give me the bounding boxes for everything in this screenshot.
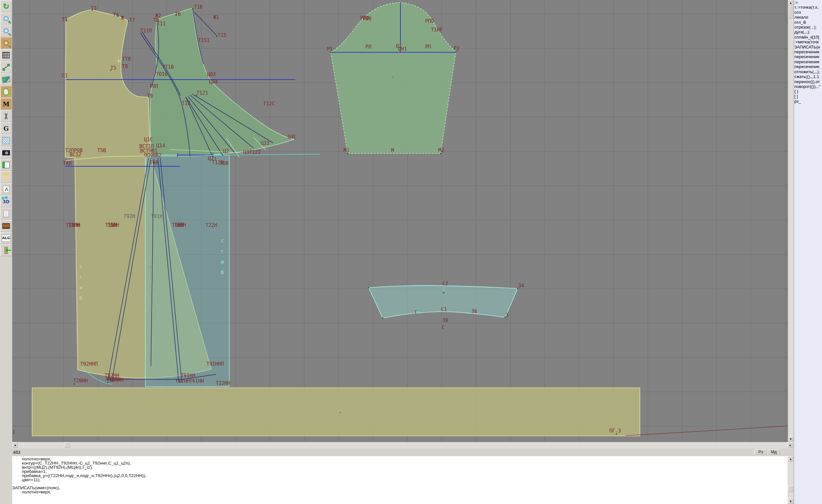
sidebar-command-item[interactable]: т.:=точка(т.х, (794, 5, 822, 10)
point-label: Т12С (263, 101, 275, 107)
point-label: 34 (518, 283, 524, 289)
hscroll-thumb[interactable] (64, 442, 70, 448)
sidebar-command-item[interactable]: ЗАПИСАТЬ(и (794, 45, 822, 49)
sidebar-command-item[interactable]: пересечение (794, 49, 822, 54)
point-label: Т91НН (181, 373, 195, 379)
sidebar-command-item[interactable]: сплайн_к[10] (794, 35, 822, 39)
toolbar-button-table[interactable] (0, 159, 12, 171)
point-label: 1 (12, 429, 15, 435)
toolbar-button-pattern-m[interactable]: M (0, 98, 12, 110)
sidebar-command-item[interactable]: отл_В (794, 20, 822, 25)
sidebar-command-item[interactable]: отл (794, 10, 822, 15)
sidebar-command-item[interactable]: [ ] (794, 94, 822, 99)
status-bar: 483 Рз Мд (0, 449, 793, 456)
map-icon (2, 76, 10, 83)
toolbar-button-library[interactable] (0, 220, 12, 232)
sidebar-command-item[interactable]: пересечение (794, 64, 822, 69)
sidebar-command-item[interactable]: :=метка(точк (794, 39, 822, 44)
sidebar-command-item[interactable]: рз_ (794, 99, 822, 104)
sidebar-command-item[interactable]: пересечение (794, 54, 822, 59)
scroll-up-icon[interactable]: ▲ (788, 456, 793, 462)
toolbar-button-refresh[interactable]: ↻ (0, 0, 12, 12)
sidebar-command-item[interactable]: отложить(,,,); (794, 69, 822, 74)
point-label: РП (425, 44, 431, 50)
point-label: Т22НН (216, 380, 230, 386)
point-label: Т6 (175, 11, 181, 17)
point-mark (382, 318, 383, 319)
letter-m-icon: M (3, 100, 9, 107)
scroll-down-icon[interactable]: ▼ (788, 436, 793, 442)
fold-label: г (79, 274, 82, 280)
piece-belt-strip[interactable] (32, 388, 640, 436)
portrait-icon (3, 174, 9, 181)
pattern-drawing: Т1Т3Т4ЖТ7Ж2ТМТ11Т6Т16Ж1Т15Т151Т11ПТТ8Т8Т… (12, 0, 788, 442)
point-mark (192, 8, 193, 9)
scroll-left-icon[interactable]: ◄ (12, 442, 18, 448)
point-label: Т92ННП (80, 361, 98, 367)
toolbar-button-view-map[interactable] (0, 73, 12, 85)
code-editor[interactable]: полотно=верх, контур=(С_Т22НН_Т92ННп,-С_… (12, 456, 788, 504)
scroll-up-icon[interactable]: ▲ (788, 0, 793, 5)
piece-sleeve[interactable] (331, 3, 456, 153)
sidebar-command-item[interactable]: пересечение (794, 59, 822, 64)
sidebar-command-item[interactable]: лекало (794, 15, 822, 20)
sidebar-command-item[interactable]: дуга(,,,); (794, 30, 822, 34)
point-label: Т10Р (431, 27, 442, 33)
toolbar-button-zoom-piece[interactable] (0, 37, 12, 49)
grid-icon (3, 52, 10, 58)
rz-button[interactable]: Рз (755, 449, 767, 455)
point-label: ПГ.3 (609, 428, 621, 434)
toolbar-button-view-3d[interactable]: 3D (0, 195, 12, 207)
canvas-horizontal-scrollbar[interactable]: ◄ ► (12, 442, 793, 449)
toolbar-button-measure[interactable] (0, 61, 12, 73)
code-line (12, 482, 788, 486)
point-mark (368, 287, 369, 288)
letter-g-icon: G (4, 125, 9, 132)
toolbar-button-grading[interactable]: G (0, 122, 12, 134)
sidebar-command-item[interactable]: { } (794, 89, 822, 94)
sidebar-command-item[interactable]: сжать((),,,1.1 (794, 74, 822, 79)
point-label: ТО10 (156, 71, 167, 77)
sidebar-command-item[interactable]: отрезок( , ); (794, 25, 822, 30)
code-line: контур=(С_Т22НН_Т92ННп,-С_ц1_Т92ннп,С_ц1… (12, 461, 788, 466)
compass-icon (3, 113, 9, 119)
sidebar-command-item[interactable]: := (794, 0, 822, 5)
toolbar-button-spec-list[interactable] (0, 208, 12, 219)
piece-skirt-panel-cyan[interactable] (145, 155, 229, 387)
point-label: Т6ВН (174, 222, 186, 228)
point-label: ТТ10 (162, 64, 174, 70)
code-vscroll-thumb[interactable] (788, 486, 793, 492)
toolbar-button-exit[interactable]: ← (0, 244, 12, 256)
piece-waistband[interactable] (369, 286, 518, 318)
toolbar-button-model-photo[interactable] (0, 171, 12, 183)
code-vertical-scrollbar[interactable]: ▲ ▼ (788, 456, 793, 504)
toolbar-button-zoom-out[interactable]: − (0, 25, 12, 37)
toolbar-button-garment[interactable] (0, 183, 12, 195)
point-label: ЦО3 (207, 72, 216, 77)
sidebar-command-item[interactable]: перенос((),от (794, 79, 822, 84)
point-label: Т151 (198, 38, 210, 43)
md-button[interactable]: Мд (768, 449, 780, 455)
3d-icon: 3D (3, 199, 9, 204)
point-label: Ц2 (223, 148, 229, 154)
scroll-right-icon[interactable]: ► (788, 442, 793, 448)
point-label: Т5В (97, 148, 106, 153)
toolbar-button-algorithms[interactable]: ALG (0, 232, 12, 244)
drawing-canvas[interactable]: Т1Т3Т4ЖТ7Ж2ТМТ11Т6Т16Ж1Т15Т151Т11ПТТ8Т8Т… (12, 0, 788, 442)
scroll-down-icon[interactable]: ▼ (788, 499, 793, 504)
toolbar-button-snapshot[interactable] (0, 147, 12, 158)
piece-bodice-side-green[interactable] (150, 8, 294, 156)
vscroll-thumb[interactable] (788, 6, 793, 19)
toolbar-button-grid[interactable] (0, 49, 12, 61)
toolbar-button-ruler[interactable] (0, 134, 12, 146)
point-label: Т7 (129, 17, 135, 23)
point-label: С2 (442, 281, 448, 287)
toolbar-button-compass[interactable] (0, 110, 12, 122)
point-label: Т11П (140, 28, 152, 34)
toolbar-button-zoom-in[interactable]: + (0, 13, 12, 24)
point-label: Т6В (150, 160, 158, 166)
point-label: Т11 (157, 21, 166, 27)
sidebar-command-item[interactable]: поворот(()),.." (794, 84, 822, 89)
canvas-vertical-scrollbar[interactable]: ▲ ▼ (788, 0, 793, 442)
toolbar-button-piece-outline[interactable] (0, 86, 12, 98)
